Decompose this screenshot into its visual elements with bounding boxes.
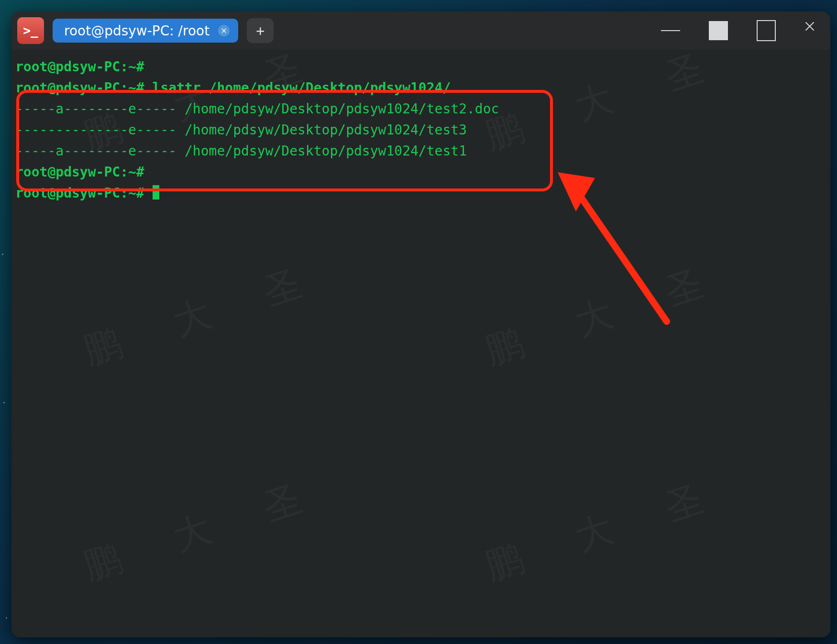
prompt-line: root@pdsyw-PC:~# xyxy=(15,164,144,180)
new-tab-button[interactable]: + xyxy=(247,18,274,43)
tab-close-button[interactable]: ✕ xyxy=(218,25,230,36)
tab-active[interactable]: root@pdsyw-PC: /root ✕ xyxy=(53,19,238,43)
tab-title: root@pdsyw-PC: /root xyxy=(64,23,209,39)
lsattr-output-line: --------------e----- /home/pdsyw/Desktop… xyxy=(15,122,467,138)
prompt-line: root@pdsyw-PC:~# lsattr /home/pdsyw/Desk… xyxy=(15,80,451,96)
terminal-window: >_ root@pdsyw-PC: /root ✕ + root@pdsyw-P… xyxy=(11,11,830,637)
watermark: 鹏 大 圣 xyxy=(81,480,326,577)
cursor xyxy=(153,185,159,200)
maximize-button[interactable] xyxy=(757,21,776,40)
lsattr-output-line: -----a--------e----- /home/pdsyw/Desktop… xyxy=(15,101,499,117)
watermark: 鹏 大 圣 xyxy=(81,265,326,362)
prompt-line: root@pdsyw-PC:~# xyxy=(15,59,144,75)
titlebar: >_ root@pdsyw-PC: /root ✕ + xyxy=(11,11,830,50)
minimize-button[interactable] xyxy=(709,21,728,40)
terminal-app-icon: >_ xyxy=(17,17,44,44)
hamburger-menu-icon[interactable] xyxy=(661,21,680,40)
terminal-body[interactable]: root@pdsyw-PC:~# root@pdsyw-PC:~# lsattr… xyxy=(11,50,830,637)
watermark: 鹏 大 圣 xyxy=(483,50,727,147)
lsattr-output-line: -----a--------e----- /home/pdsyw/Desktop… xyxy=(15,143,467,159)
watermark: 鹏 大 圣 xyxy=(483,265,727,362)
close-button[interactable] xyxy=(804,21,824,40)
watermark: 鹏 大 圣 xyxy=(483,480,727,577)
prompt-line: root@pdsyw-PC:~# xyxy=(15,185,153,201)
